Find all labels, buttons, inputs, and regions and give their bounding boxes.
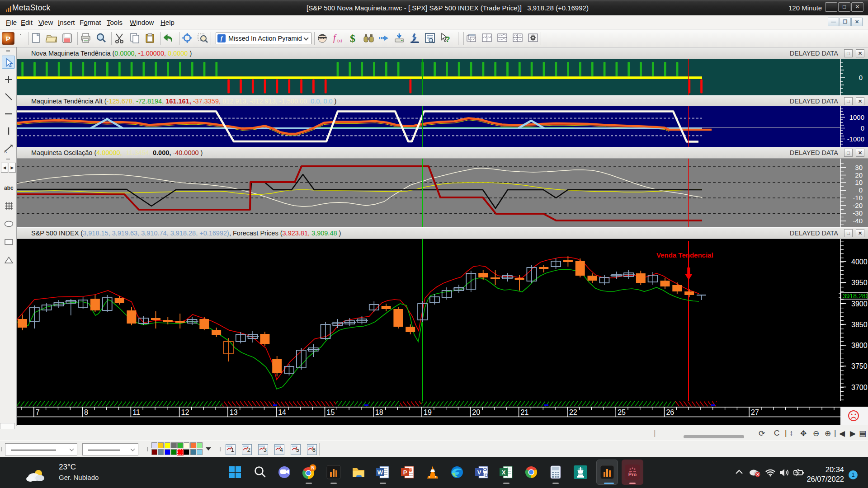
svg-text:20: 20 bbox=[472, 408, 480, 416]
svg-text:27: 27 bbox=[751, 408, 759, 416]
svg-text:Pro: Pro bbox=[628, 472, 637, 477]
svg-text:V: V bbox=[477, 469, 481, 476]
svg-text:8: 8 bbox=[84, 408, 88, 416]
svg-text:13: 13 bbox=[230, 408, 238, 416]
svg-text:P: P bbox=[403, 469, 407, 476]
svg-text:26: 26 bbox=[666, 408, 674, 416]
svg-text:19: 19 bbox=[424, 408, 432, 416]
svg-text:11: 11 bbox=[132, 408, 140, 416]
svg-text:7: 7 bbox=[36, 408, 40, 416]
svg-text:21: 21 bbox=[521, 408, 529, 416]
svg-text:X: X bbox=[502, 469, 506, 476]
svg-text:22: 22 bbox=[569, 408, 577, 416]
svg-text:12: 12 bbox=[181, 408, 189, 416]
svg-text:15: 15 bbox=[327, 408, 335, 416]
svg-text:abc: abc bbox=[4, 185, 14, 191]
svg-text:14: 14 bbox=[278, 408, 286, 416]
svg-text:25: 25 bbox=[618, 408, 626, 416]
svg-text:S: S bbox=[4, 150, 7, 154]
svg-text:W: W bbox=[377, 469, 383, 476]
svg-text:N: N bbox=[311, 465, 314, 470]
svg-text:18: 18 bbox=[375, 408, 383, 416]
